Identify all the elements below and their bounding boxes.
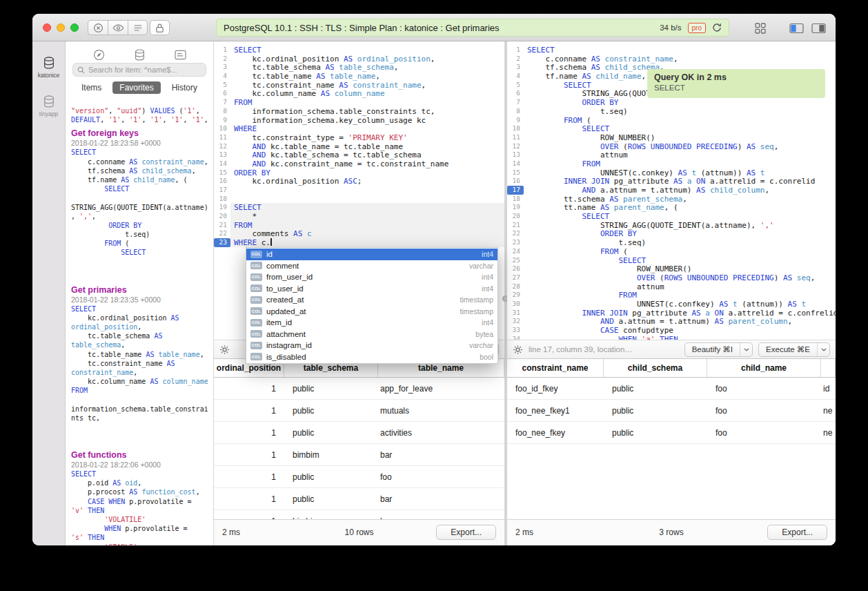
close-button[interactable] [43,23,51,32]
code-line [71,396,208,405]
chevron-down-icon[interactable] [817,343,829,356]
button-label: Execute ⌘E [759,343,817,356]
table-cell[interactable]: public [604,400,707,421]
table-cell[interactable]: 1 [214,510,284,519]
table-cell[interactable]: 1 [214,466,284,487]
database-icon [43,95,55,108]
table-cell[interactable]: public [604,422,707,443]
refresh-icon[interactable] [712,23,722,32]
table-row[interactable]: 1publicbar [214,488,504,510]
table-cell[interactable]: foo_id_fkey [507,378,604,399]
code-line: STRING_AGG(QUOTE_IDENT(a.attname), ',' [524,221,836,230]
table-row[interactable]: 1bimbimbar [214,510,504,519]
table-cell[interactable]: bar [378,444,504,465]
table-cell[interactable]: id [821,378,836,399]
table-cell[interactable]: 1 [214,444,284,465]
disconnect-button[interactable] [88,20,108,35]
table-cell[interactable]: public [284,488,378,510]
export-button[interactable]: Export... [436,525,496,540]
table-cell[interactable]: public [284,378,378,399]
autocomplete-item[interactable]: COLinstagram_idvarchar [246,340,497,351]
minimize-button[interactable] [57,23,65,32]
table-cell[interactable]: app_for_leave [378,378,504,399]
settings-gear-icon[interactable] [219,345,230,355]
table-cell[interactable]: 1 [214,488,284,510]
column-header[interactable] [821,359,836,377]
table-row[interactable]: foo_id_fkeypublicfooid [507,378,836,400]
table-cell[interactable]: activities [378,422,504,443]
table-cell[interactable]: foo [707,422,821,443]
line-number: 9 [214,116,230,125]
export-button[interactable]: Export... [767,525,827,540]
search-input[interactable] [72,63,206,77]
connection-pill[interactable]: PostgreSQL 10.1 : SSH : TLS : Simple Pla… [216,19,729,37]
table-cell[interactable]: bimbim [284,510,378,519]
left-query-pane: 1234567891011121314151617181920212223 SE… [214,41,504,545]
table-row[interactable]: foo_nee_fkeypublicfoone [507,422,836,444]
autocomplete-item[interactable]: COLcommentvarchar [246,260,497,272]
query-log-button[interactable] [128,20,148,35]
column-badge-icon: COL [250,284,262,292]
connection-item-katonice[interactable]: katonice [32,57,65,79]
table-cell[interactable]: foo [707,378,821,399]
table-cell[interactable]: mutuals [378,400,504,421]
autocomplete-item[interactable]: COLto_user_idint4 [246,283,497,295]
tab-favorites[interactable]: Favorites [112,81,160,94]
chevron-down-icon[interactable] [740,343,752,356]
autocomplete-item[interactable]: COLitem_idint4 [246,317,497,329]
tab-items[interactable]: Items [75,81,108,94]
table-row[interactable]: 1publicactivities [214,422,504,444]
table-cell[interactable]: 1 [214,400,284,421]
table-row[interactable]: foo_nee_fkey1publicfoone [507,400,836,422]
table-cell[interactable]: 1 [214,378,284,399]
autocomplete-item[interactable]: COLfrom_user_idint4 [246,271,497,283]
table-cell[interactable]: bar [378,488,504,510]
table-cell[interactable]: ne [821,422,836,443]
query-editor-icon[interactable] [175,50,186,60]
table-cell[interactable]: foo_nee_fkey [507,422,604,443]
toggle-right-panel-icon[interactable] [809,21,827,35]
table-cell[interactable]: public [284,400,378,421]
grid-view-icon[interactable] [751,21,769,35]
table-cell[interactable]: bimbim [284,444,378,465]
beautify-button[interactable]: Beautify ⌘I [684,342,753,357]
settings-gear-icon[interactable] [513,345,523,355]
autocomplete-item[interactable]: COLcreated_attimestamp [246,294,497,306]
autocomplete-item[interactable]: COLupdated_attimestamp [246,306,497,318]
toggle-left-panel-icon[interactable] [787,21,805,35]
execute-button[interactable]: Execute ⌘E [758,342,830,357]
table-cell[interactable]: foo_nee_fkey1 [507,400,604,421]
table-cell[interactable]: public [284,422,378,443]
favorite-item[interactable]: Get foreign keys2018-01-22 18:23:58 +000… [71,128,208,257]
connection-item-tinyapp[interactable]: tinyapp [32,95,65,117]
suggestion-name: is_disabled [266,353,475,361]
autocomplete-item[interactable]: COLidint4 [246,249,497,260]
line-number: 11 [507,133,524,142]
favorite-item[interactable]: "version", "uuid") VALUES ('1',DEFAULT, … [71,106,208,124]
table-cell[interactable]: foo [707,400,821,421]
column-header[interactable]: constraint_name [507,359,604,377]
table-cell[interactable]: public [284,466,378,487]
table-cell[interactable]: public [604,378,707,399]
autocomplete-item[interactable]: COLis_disabledbool [246,351,497,363]
preview-button[interactable] [108,20,128,35]
favorite-item[interactable]: Get functions2018-01-22 18:22:06 +0000SE… [71,450,208,545]
compass-icon[interactable] [93,49,105,61]
lock-button[interactable] [150,20,170,35]
zoom-button[interactable] [70,23,79,32]
table-cell[interactable]: 1 [214,422,284,443]
table-cell[interactable]: bar [378,510,504,519]
code-line: FROM ( [524,247,836,256]
database-icon[interactable] [135,49,145,61]
table-cell[interactable]: ne [821,400,836,421]
table-cell[interactable]: foo [378,466,504,487]
favorite-item[interactable]: Get primaries2018-01-22 18:23:35 +0000SE… [71,285,208,423]
table-row[interactable]: 1publicapp_for_leave [214,378,504,400]
column-header[interactable]: child_schema [604,359,707,377]
tab-history[interactable]: History [165,81,204,94]
column-header[interactable]: child_name [707,359,821,377]
table-row[interactable]: 1bimbimbar [214,444,504,466]
table-row[interactable]: 1publicmutuals [214,400,504,422]
autocomplete-item[interactable]: COLattachmentbytea [246,329,497,340]
table-row[interactable]: 1publicfoo [214,466,504,488]
